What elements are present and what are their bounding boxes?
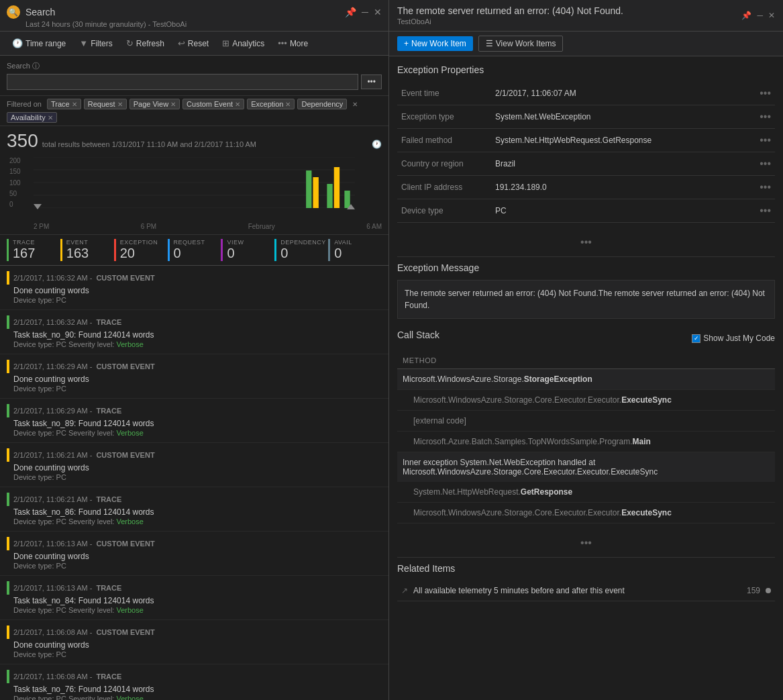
right-toolbar: + New Work Item ☰ View Work Items <box>389 32 783 56</box>
list-item[interactable]: 2/1/2017, 11:06:13 AM - CUSTOM EVENT Don… <box>0 532 388 576</box>
stack-row[interactable]: Microsoft.WindowsAzure.Storage.Core.Exec… <box>397 390 775 411</box>
left-toolbar: 🕐 Time range ▼ Filters ↻ Refresh ↩ Reset… <box>0 32 388 56</box>
related-item[interactable]: ↗ All available telemetry 5 minutes befo… <box>397 581 775 601</box>
call-stack-more-button[interactable]: ••• <box>397 534 775 552</box>
stat-avail[interactable]: AVAIL 0 <box>328 239 382 261</box>
reset-button[interactable]: ↩ Reset <box>172 36 214 51</box>
right-panel: The remote server returned an error: (40… <box>389 0 783 700</box>
result-dot-custom-event <box>7 360 9 373</box>
tag-availability-close[interactable]: ✕ <box>48 114 53 121</box>
stat-exception-label: EXCEPTION <box>120 239 168 246</box>
right-title: The remote server returned an error: (40… <box>397 5 623 16</box>
properties-table: Event time 2/1/2017, 11:06:07 AM ••• Exc… <box>397 82 775 223</box>
list-item[interactable]: 2/1/2017, 11:06:29 AM - TRACE Task task_… <box>0 399 388 443</box>
show-just-code-checkbox[interactable]: ✓ <box>692 334 700 343</box>
triangle-right <box>347 204 355 209</box>
right-close-icon[interactable]: ✕ <box>768 11 775 20</box>
properties-more-button[interactable]: ••• <box>397 234 775 251</box>
result-dot-trace <box>7 493 9 506</box>
pin-icon[interactable]: 📌 <box>345 7 356 17</box>
results-time-icon[interactable]: 🕐 <box>372 140 382 149</box>
table-row: Client IP address 191.234.189.0 ••• <box>397 176 775 199</box>
panel-title: 🔍 Search <box>7 5 55 19</box>
stack-row[interactable]: [external code] <box>397 411 775 432</box>
stat-trace-value: 167 <box>13 246 60 261</box>
method-column-header: METHOD <box>397 352 775 369</box>
event-time-more[interactable]: ••• <box>755 82 775 105</box>
right-minimize-icon[interactable]: ─ <box>757 11 763 20</box>
table-row: Device type PC ••• <box>397 199 775 223</box>
stat-avail-value: 0 <box>334 246 382 261</box>
ip-more[interactable]: ••• <box>755 176 775 199</box>
search-label: Search ⓘ <box>7 61 382 71</box>
more-button[interactable]: ••• More <box>272 36 313 51</box>
search-input[interactable] <box>7 74 358 90</box>
close-icon[interactable]: ✕ <box>374 7 382 17</box>
country-more[interactable]: ••• <box>755 152 775 176</box>
stat-view-label: VIEW <box>227 239 274 246</box>
chart-svg <box>34 157 355 208</box>
time-range-button[interactable]: 🕐 Time range <box>7 36 71 51</box>
stats-row: TRACE 167 EVENT 163 EXCEPTION 20 REQUEST… <box>0 235 388 266</box>
right-pin-icon[interactable]: 📌 <box>741 11 751 20</box>
result-dot-custom-event <box>7 271 9 285</box>
stat-request[interactable]: REQUEST 0 <box>168 239 221 261</box>
show-just-code-toggle[interactable]: ✓ Show Just My Code <box>692 334 775 343</box>
stat-event[interactable]: EVENT 163 <box>60 239 114 261</box>
stat-dependency-value: 0 <box>280 246 328 261</box>
call-stack-title: Call Stack <box>397 330 439 340</box>
stack-row[interactable]: Microsoft.WindowsAzure.Storage.StorageEx… <box>397 369 775 390</box>
stat-view-value: 0 <box>227 246 274 261</box>
filters-button[interactable]: ▼ Filters <box>74 36 118 51</box>
tag-customevent-close[interactable]: ✕ <box>235 101 240 108</box>
result-dot-trace <box>7 315 9 329</box>
tag-exception-close[interactable]: ✕ <box>285 101 291 108</box>
stat-exception[interactable]: EXCEPTION 20 <box>114 239 168 261</box>
list-item[interactable]: 2/1/2017, 11:06:13 AM - TRACE Task task_… <box>0 576 388 620</box>
tag-availability: Availability ✕ <box>7 112 57 123</box>
stat-view[interactable]: VIEW 0 <box>221 239 274 261</box>
related-items-title: Related Items <box>397 563 775 574</box>
stack-row[interactable]: Microsoft.WindowsAzure.Storage.Core.Exec… <box>397 503 775 523</box>
search-options-button[interactable]: ••• <box>361 74 382 89</box>
list-item[interactable]: 2/1/2017, 11:06:32 AM - CUSTOM EVENT Don… <box>0 266 388 310</box>
all-tags-close[interactable]: ✕ <box>352 101 358 108</box>
tag-request-close[interactable]: ✕ <box>117 101 123 108</box>
tag-trace-close[interactable]: ✕ <box>72 101 77 108</box>
failed-method-more[interactable]: ••• <box>755 129 775 152</box>
analytics-button[interactable]: ⊞ Analytics <box>217 36 270 51</box>
refresh-button[interactable]: ↻ Refresh <box>121 36 170 51</box>
exception-type-more[interactable]: ••• <box>755 105 775 129</box>
minimize-icon[interactable]: ─ <box>362 7 368 17</box>
list-item[interactable]: 2/1/2017, 11:06:21 AM - TRACE Task task_… <box>0 487 388 532</box>
table-row: Country or region Brazil ••• <box>397 152 775 176</box>
stat-request-value: 0 <box>174 246 221 261</box>
device-more[interactable]: ••• <box>755 199 775 223</box>
stat-trace[interactable]: TRACE 167 <box>7 239 60 261</box>
list-icon: ☰ <box>486 39 493 48</box>
inner-exception-row[interactable]: Inner exception System.Net.WebException … <box>397 452 775 483</box>
tag-exception: Exception ✕ <box>247 99 295 109</box>
list-item[interactable]: 2/1/2017, 11:06:32 AM - TRACE Task task_… <box>0 310 388 354</box>
tag-pageview-close[interactable]: ✕ <box>170 101 176 108</box>
view-work-items-button[interactable]: ☰ View Work Items <box>478 36 564 52</box>
new-work-item-button[interactable]: + New Work Item <box>397 36 473 51</box>
stack-row[interactable]: System.Net.HttpWebRequest.GetResponse <box>397 482 775 503</box>
svg-rect-5 <box>306 170 311 208</box>
stack-row[interactable]: Microsoft.Azure.Batch.Samples.TopNWordsS… <box>397 432 775 452</box>
result-dot-custom-event <box>7 448 9 462</box>
list-item[interactable]: 2/1/2017, 11:06:21 AM - CUSTOM EVENT Don… <box>0 443 388 487</box>
chart-triangles <box>34 204 355 209</box>
list-item[interactable]: 2/1/2017, 11:06:08 AM - CUSTOM EVENT Don… <box>0 620 388 664</box>
right-content: Exception Properties Event time 2/1/2017… <box>389 56 783 700</box>
panel-subtitle: Last 24 hours (30 minute granularity) - … <box>25 20 382 28</box>
list-item[interactable]: 2/1/2017, 11:06:29 AM - CUSTOM EVENT Don… <box>0 354 388 399</box>
stat-trace-label: TRACE <box>13 239 60 246</box>
list-item[interactable]: 2/1/2017, 11:06:08 AM - TRACE Task task_… <box>0 664 388 700</box>
table-row: Failed method System.Net.HttpWebRequest.… <box>397 129 775 152</box>
stat-dependency-label: DEPENDENCY <box>280 239 328 246</box>
stat-request-label: REQUEST <box>174 239 221 246</box>
exception-message-box: The remote server returned an error: (40… <box>397 280 775 319</box>
stat-dependency[interactable]: DEPENDENCY 0 <box>274 239 328 261</box>
result-dot-trace <box>7 581 9 595</box>
